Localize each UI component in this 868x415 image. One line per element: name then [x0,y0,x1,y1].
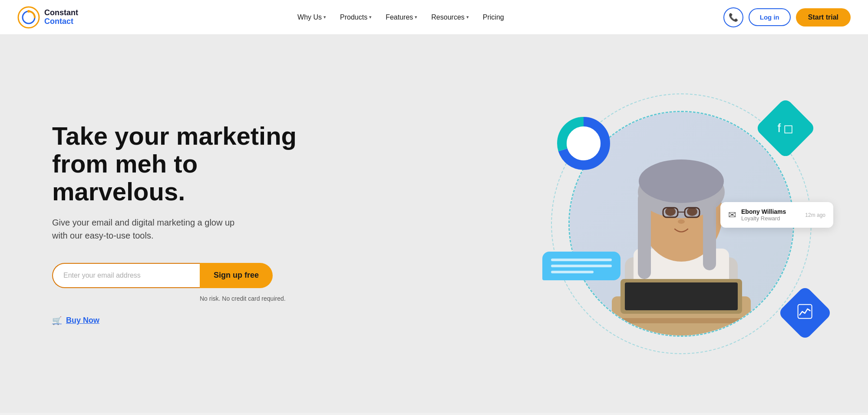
phone-button[interactable]: 📞 [723,7,743,27]
svg-rect-9 [703,192,716,270]
start-trial-button[interactable]: Start trial [796,8,851,27]
chat-line-2 [551,265,612,267]
chat-line-3 [551,271,594,273]
chat-line-1 [551,259,612,261]
svg-point-23 [567,126,601,160]
svg-point-2 [27,10,30,13]
logo-text: Constant Contact [44,9,78,26]
nav-item-resources[interactable]: Resources ▾ [426,10,474,25]
disclaimer-text: No risk. No credit card required. [200,295,321,302]
nav-item-why-us[interactable]: Why Us ▾ [292,10,331,25]
nav-item-products[interactable]: Products ▾ [335,10,377,25]
chat-bubble [542,252,620,280]
nav-links: Why Us ▾ Products ▾ Features ▾ Resources… [292,10,509,25]
brand-name-constant: Constant [44,9,78,17]
svg-point-12 [687,207,697,216]
chevron-icon: ▾ [466,14,469,20]
email-notification: ✉ Ebony Williams Loyalty Reward 12m ago [720,202,833,228]
svg-point-10 [639,159,724,203]
hero-content: Take your marketing from meh to marvelou… [52,122,321,325]
svg-rect-20 [612,318,751,323]
hero-subtitle: Give your email and digital marketing a … [52,216,321,242]
phone-icon: 📞 [729,13,738,22]
buy-now-button[interactable]: 🛒 Buy Now [52,316,99,325]
facebook-icon: f [778,121,781,136]
person-illustration [590,127,772,335]
chevron-icon: ▾ [369,14,372,20]
instagram-icon: ◻ [783,121,793,136]
nav-item-pricing[interactable]: Pricing [478,10,509,25]
notif-text: Ebony Williams Loyalty Reward [741,208,800,222]
logo[interactable]: Constant Contact [17,6,78,29]
svg-rect-8 [638,192,651,279]
nav-item-features[interactable]: Features ▾ [380,10,422,25]
logo-icon [17,6,40,29]
hero-section: Take your marketing from meh to marvelou… [0,35,868,413]
hero-illustration: f ◻ ✉ Ebony Williams Loyalty Reward 12m … [529,72,833,376]
donut-chart [555,115,612,173]
svg-point-16 [678,219,685,224]
svg-point-11 [665,207,676,216]
signup-button[interactable]: Sign up free [200,263,273,288]
analytics-icon [797,304,813,322]
email-input[interactable] [52,263,200,288]
email-icon: ✉ [728,209,736,221]
svg-rect-24 [798,305,812,319]
navbar: Constant Contact Why Us ▾ Products ▾ Fea… [0,0,868,35]
signup-form: Sign up free [52,263,321,288]
nav-actions: 📞 Log in Start trial [723,7,851,27]
chevron-icon: ▾ [415,14,417,20]
svg-rect-19 [625,282,738,310]
chevron-icon: ▾ [323,14,326,20]
social-icons: f ◻ [778,121,794,136]
cart-icon: 🛒 [52,316,62,325]
login-button[interactable]: Log in [749,8,791,26]
brand-name-contact: Contact [44,17,78,26]
hero-title: Take your marketing from meh to marvelou… [52,122,321,205]
